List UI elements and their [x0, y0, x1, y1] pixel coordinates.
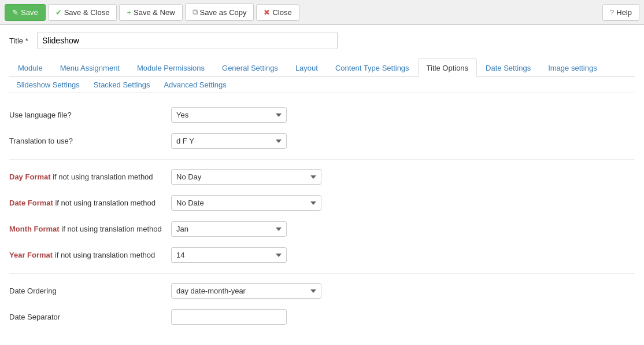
sub-tabs: Slideshow Settings Stacked Settings Adva…: [9, 77, 635, 93]
date-separator-row: Date Separator: [9, 309, 635, 325]
date-ordering-select[interactable]: day date-month-year date-month-year year…: [171, 283, 321, 299]
tab-menu-assignment[interactable]: Menu Assignment: [51, 58, 128, 77]
use-language-file-select[interactable]: Yes No: [171, 107, 287, 123]
tab-title-options[interactable]: Title Options: [418, 58, 478, 77]
year-format-row: Year Format if not using translation met…: [9, 247, 635, 263]
save-new-button[interactable]: + Save & New: [119, 4, 182, 21]
save-new-label: Save & New: [134, 8, 175, 17]
month-format-label: Month Format if not using translation me…: [9, 225, 171, 233]
help-label: Help: [616, 8, 632, 17]
form-section: Use language file? Yes No Translation to…: [9, 102, 635, 340]
save-close-button[interactable]: ✔ Save & Close: [48, 4, 117, 21]
plus-icon: +: [127, 8, 131, 17]
date-ordering-row: Date Ordering day date-month-year date-m…: [9, 283, 635, 299]
toolbar: ✎ Save ✔ Save & Close + Save & New ⧉ Sav…: [0, 0, 644, 25]
copy-icon: ⧉: [193, 8, 198, 17]
save-button[interactable]: ✎ Save: [5, 4, 46, 21]
subtab-slideshow-settings[interactable]: Slideshow Settings: [9, 77, 87, 93]
date-separator-label: Date Separator: [9, 313, 171, 321]
x-icon: ✖: [264, 8, 270, 17]
close-label: Close: [272, 8, 291, 17]
use-language-file-row: Use language file? Yes No: [9, 107, 635, 123]
tab-layout[interactable]: Layout: [287, 58, 327, 77]
close-button[interactable]: ✖ Close: [256, 4, 299, 21]
check-icon: ✔: [55, 8, 62, 17]
separator: [9, 159, 635, 160]
tab-module[interactable]: Module: [9, 58, 51, 77]
content-area: Title * Module Menu Assignment Module Pe…: [0, 25, 644, 345]
date-format-label: Date Format if not using translation met…: [9, 199, 171, 207]
use-language-file-label: Use language file?: [9, 111, 171, 119]
save-copy-button[interactable]: ⧉ Save as Copy: [185, 3, 254, 21]
save-label: Save: [21, 8, 38, 17]
date-separator-input[interactable]: [171, 309, 287, 325]
translation-row: Translation to use? d F Y F Y Y: [9, 133, 635, 149]
help-button[interactable]: ? Help: [602, 4, 639, 21]
year-format-label: Year Format if not using translation met…: [9, 251, 171, 259]
question-icon: ?: [610, 8, 614, 17]
save-close-label: Save & Close: [64, 8, 110, 17]
title-row: Title *: [9, 32, 635, 49]
title-input[interactable]: [37, 32, 338, 49]
date-ordering-label: Date Ordering: [9, 287, 171, 295]
tab-general-settings[interactable]: General Settings: [213, 58, 287, 77]
tab-date-settings[interactable]: Date Settings: [477, 58, 539, 77]
subtab-advanced-settings[interactable]: Advanced Settings: [157, 77, 233, 93]
separator2: [9, 273, 635, 274]
translation-label: Translation to use?: [9, 137, 171, 145]
month-format-row: Month Format if not using translation me…: [9, 221, 635, 237]
subtab-stacked-settings[interactable]: Stacked Settings: [87, 77, 157, 93]
save-icon: ✎: [12, 8, 18, 17]
date-format-row: Date Format if not using translation met…: [9, 195, 635, 211]
tab-content-type-settings[interactable]: Content Type Settings: [327, 58, 418, 77]
year-format-select[interactable]: 14 2014 Y y: [171, 247, 287, 263]
month-format-select[interactable]: Jan January m n: [171, 221, 287, 237]
day-format-select[interactable]: No Day d j l D: [171, 169, 321, 185]
title-label: Title *: [9, 36, 32, 45]
tab-image-settings[interactable]: Image settings: [539, 58, 606, 77]
save-copy-label: Save as Copy: [200, 8, 247, 17]
tab-module-permissions[interactable]: Module Permissions: [128, 58, 213, 77]
day-format-label: Day Format if not using translation meth…: [9, 172, 171, 181]
translation-select[interactable]: d F Y F Y Y: [171, 133, 287, 149]
date-format-select[interactable]: No Date d j: [171, 195, 321, 211]
day-format-row: Day Format if not using translation meth…: [9, 169, 635, 185]
toolbar-right: ? Help: [602, 4, 639, 21]
main-tabs: Module Menu Assignment Module Permission…: [9, 58, 635, 77]
